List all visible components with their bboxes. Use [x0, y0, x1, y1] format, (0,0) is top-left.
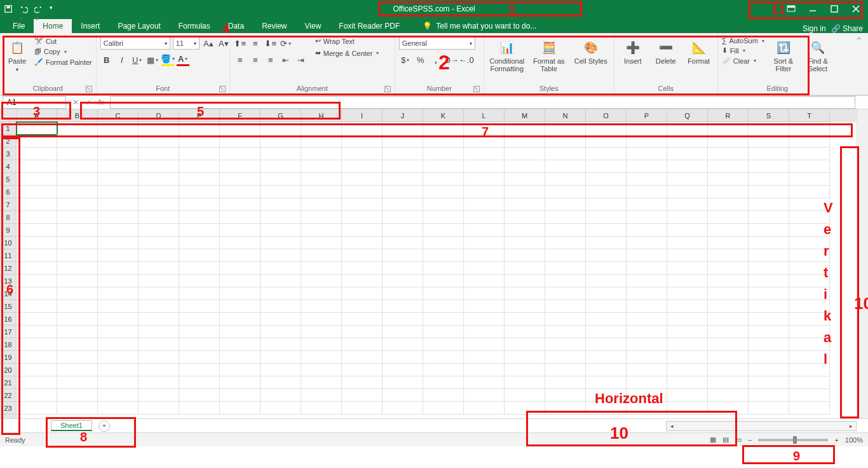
cell[interactable]	[586, 186, 627, 198]
bold-button[interactable]: B	[100, 53, 113, 66]
cell[interactable]	[464, 135, 505, 148]
cell[interactable]	[98, 186, 139, 198]
cell[interactable]	[57, 351, 98, 364]
row-header[interactable]: 4	[0, 160, 16, 173]
cell[interactable]	[708, 224, 749, 237]
cell[interactable]	[586, 198, 627, 211]
tab-formulas[interactable]: Formulas	[170, 19, 219, 33]
cell[interactable]	[17, 173, 57, 186]
cell[interactable]	[708, 262, 749, 275]
decrease-decimal-icon[interactable]: ←.0	[460, 53, 473, 66]
cell[interactable]	[586, 338, 627, 351]
align-right-icon[interactable]: ≡	[264, 53, 277, 66]
row-header[interactable]: 9	[0, 224, 16, 237]
cell[interactable]	[464, 249, 505, 262]
cell[interactable]	[627, 122, 667, 135]
cell[interactable]	[57, 300, 98, 313]
cell[interactable]	[708, 275, 749, 287]
column-header[interactable]: J	[383, 109, 423, 122]
cell[interactable]	[261, 313, 301, 326]
cell[interactable]	[423, 122, 464, 135]
cell[interactable]	[749, 275, 789, 287]
cell[interactable]	[627, 186, 667, 198]
cell[interactable]	[261, 376, 301, 389]
cell[interactable]	[301, 211, 342, 224]
ribbon-display-options-icon[interactable]	[782, 3, 801, 15]
cell[interactable]	[342, 376, 383, 389]
column-header[interactable]: E	[179, 109, 220, 122]
cell[interactable]	[342, 148, 383, 160]
cell[interactable]	[139, 364, 179, 376]
cell[interactable]	[464, 287, 505, 300]
cell[interactable]	[708, 376, 749, 389]
cell[interactable]	[545, 262, 586, 275]
cell[interactable]	[139, 338, 179, 351]
cell[interactable]	[423, 262, 464, 275]
cell[interactable]	[342, 122, 383, 135]
cell[interactable]	[179, 262, 220, 275]
row-header[interactable]: 1	[0, 122, 16, 135]
cell[interactable]	[179, 376, 220, 389]
cell[interactable]	[627, 364, 667, 376]
cell[interactable]	[586, 287, 627, 300]
cell[interactable]	[301, 402, 342, 415]
cell[interactable]	[261, 224, 301, 237]
cell[interactable]	[627, 326, 667, 338]
cell[interactable]	[627, 338, 667, 351]
cell[interactable]	[301, 186, 342, 198]
cell[interactable]	[545, 198, 586, 211]
column-header[interactable]: B	[57, 109, 98, 122]
cell[interactable]	[98, 249, 139, 262]
cell[interactable]	[383, 287, 423, 300]
cell[interactable]	[220, 249, 261, 262]
cell[interactable]	[505, 376, 545, 389]
cell[interactable]	[98, 198, 139, 211]
cell[interactable]	[220, 287, 261, 300]
save-icon[interactable]	[4, 4, 13, 13]
cell[interactable]	[505, 313, 545, 326]
cell[interactable]	[749, 364, 789, 376]
row-header[interactable]: 23	[0, 402, 16, 415]
cell[interactable]	[749, 237, 789, 249]
cell[interactable]	[423, 351, 464, 364]
cell[interactable]	[586, 389, 627, 402]
cell[interactable]	[57, 148, 98, 160]
row-header[interactable]: 6	[0, 186, 16, 198]
cell[interactable]	[383, 313, 423, 326]
cell[interactable]	[423, 160, 464, 173]
cells-area[interactable]	[17, 122, 857, 418]
page-layout-view-icon[interactable]: ▤	[722, 436, 729, 444]
cell[interactable]	[627, 389, 667, 402]
cell[interactable]	[586, 262, 627, 275]
comma-format-icon[interactable]: ,	[430, 53, 442, 66]
cell[interactable]	[383, 351, 423, 364]
cell[interactable]	[749, 211, 789, 224]
cell[interactable]	[301, 376, 342, 389]
cell[interactable]	[667, 313, 708, 326]
cell[interactable]	[464, 338, 505, 351]
cell[interactable]	[383, 364, 423, 376]
cell[interactable]	[667, 287, 708, 300]
cell[interactable]	[749, 300, 789, 313]
cell[interactable]	[627, 313, 667, 326]
cell[interactable]	[139, 313, 179, 326]
cell[interactable]	[505, 160, 545, 173]
new-sheet-button[interactable]: +	[98, 420, 110, 432]
alignment-dialog-launcher[interactable]: ⤡	[384, 86, 391, 92]
cell[interactable]	[464, 148, 505, 160]
cell[interactable]	[342, 389, 383, 402]
cell[interactable]	[423, 186, 464, 198]
cell[interactable]	[464, 376, 505, 389]
cell[interactable]	[423, 237, 464, 249]
column-header[interactable]: A	[17, 109, 57, 122]
cell[interactable]	[708, 338, 749, 351]
cell[interactable]	[708, 326, 749, 338]
cell[interactable]	[179, 326, 220, 338]
cell[interactable]	[545, 351, 586, 364]
cell[interactable]	[139, 160, 179, 173]
number-dialog-launcher[interactable]: ⤡	[473, 86, 480, 92]
cell[interactable]	[179, 160, 220, 173]
cell[interactable]	[301, 122, 342, 135]
cell[interactable]	[220, 402, 261, 415]
cell[interactable]	[342, 313, 383, 326]
